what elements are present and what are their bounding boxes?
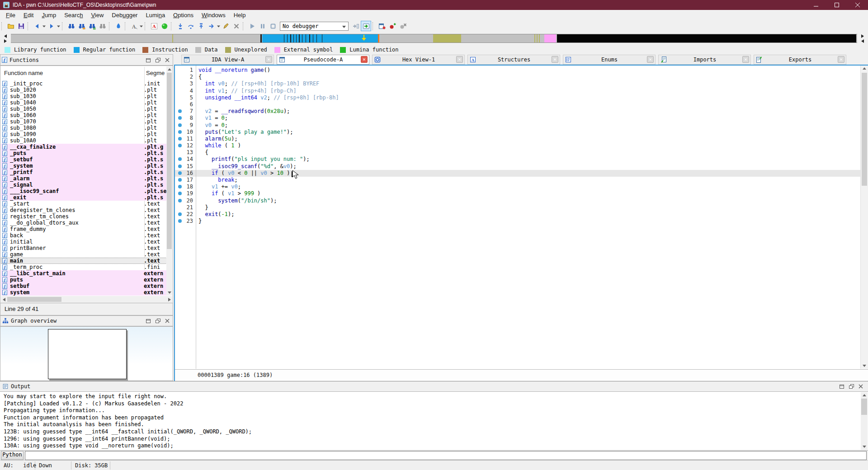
function-row[interactable]: fsub_1060.plt (1, 112, 167, 118)
search-text-icon[interactable] (76, 21, 87, 31)
dropdown-caret-icon[interactable] (217, 21, 221, 31)
cancel-icon[interactable] (231, 21, 241, 31)
minimize-button[interactable] (806, 0, 826, 10)
bp-add-icon[interactable] (387, 21, 397, 31)
code-line[interactable]: 19 if ( v1 > 999 ) (175, 190, 861, 197)
tab-ida-view-a[interactable]: IDA View-A✕ (181, 55, 274, 65)
debugger-select[interactable]: No debugger (280, 22, 349, 31)
menu-windows[interactable]: Windows (198, 11, 230, 19)
scrollbar-thumb[interactable] (862, 73, 867, 186)
float-panel-icon[interactable] (846, 382, 856, 390)
tab-hex-view-1[interactable]: Hex View-1✕ (372, 55, 465, 65)
search-gray-icon[interactable] (97, 21, 108, 31)
function-row[interactable]: fputsextern (1, 277, 167, 283)
navigation-band[interactable] (11, 34, 857, 43)
code-line[interactable]: 10 puts("Let's play a game!"); (175, 129, 861, 136)
python-command-input[interactable] (25, 451, 867, 460)
maximize-panel-icon[interactable] (143, 317, 153, 325)
graph-overview-viewport[interactable] (48, 329, 127, 379)
continue-icon[interactable] (361, 21, 371, 31)
close-panel-icon[interactable] (162, 317, 172, 325)
function-row[interactable]: fsetbufextern (1, 283, 167, 289)
scroll-up-icon[interactable] (166, 66, 172, 72)
menu-help[interactable]: Help (230, 11, 250, 19)
save-file-icon[interactable] (16, 21, 26, 31)
function-row[interactable]: f___isoc99_scanf.plt.se (1, 188, 167, 194)
code-line[interactable]: 7 v2 = __readfsqword(0x28u); (175, 108, 861, 115)
function-row[interactable]: fsub_10A0.plt (1, 137, 167, 144)
functions-horizontal-scrollbar[interactable] (1, 296, 172, 303)
tab-close-icon[interactable]: ✕ (456, 56, 463, 63)
code-line[interactable]: 20 system("/bin/sh"); (175, 197, 861, 204)
function-row[interactable]: f_exit.plt.s (1, 194, 167, 201)
function-row[interactable]: f_init_proc.init (1, 80, 167, 87)
function-row[interactable]: fback.text (1, 232, 167, 239)
run-cursor-icon[interactable] (206, 21, 217, 31)
function-row[interactable]: fsub_1040.plt (1, 99, 167, 106)
function-row[interactable]: fframe_dummy.text (1, 226, 167, 232)
step-into-icon[interactable] (175, 21, 185, 31)
tab-pseudocode-a[interactable]: Pseudocode-A✕ (277, 55, 369, 65)
function-row[interactable]: fsub_1050.plt (1, 106, 167, 112)
function-row[interactable]: fsub_1020.plt (1, 87, 167, 93)
nav-band-left-arrows[interactable] (1, 34, 9, 43)
scrollbar-thumb[interactable] (7, 297, 61, 302)
function-row[interactable]: f_printf.plt.s (1, 169, 167, 175)
scroll-up-icon[interactable] (861, 66, 867, 71)
float-panel-icon[interactable] (153, 317, 162, 325)
back-icon[interactable] (32, 21, 42, 31)
tab-close-icon[interactable]: ✕ (265, 56, 272, 63)
function-row[interactable]: fmain.text (1, 258, 167, 264)
pause-icon[interactable] (257, 21, 268, 31)
function-row[interactable]: fprintBanner.text (1, 245, 167, 251)
scroll-down-icon[interactable] (166, 290, 172, 296)
tab-structures[interactable]: AStructures✕ (467, 55, 560, 65)
output-scrollbar[interactable] (861, 392, 868, 450)
play-icon[interactable] (247, 21, 257, 31)
menu-options[interactable]: Options (169, 11, 198, 19)
tab-exports[interactable]: Exports✕ (754, 55, 846, 65)
open-file-icon[interactable] (5, 21, 16, 31)
nav-band-right-arrows[interactable] (859, 34, 867, 43)
tab-close-icon[interactable]: ✕ (647, 56, 654, 63)
dropdown-caret-icon[interactable] (139, 21, 143, 31)
graph-overview-panel[interactable] (0, 326, 173, 381)
lumina-icon[interactable] (113, 21, 123, 31)
code-line[interactable]: 6 (175, 101, 861, 108)
functions-vertical-scrollbar[interactable] (166, 66, 172, 296)
function-row[interactable]: fsub_1030.plt (1, 93, 167, 99)
function-row[interactable]: f__libc_start_mainextern (1, 270, 167, 277)
code-line[interactable]: 15 __isoc99_scanf("%d", &v0); (175, 163, 861, 170)
menu-view[interactable]: View (87, 11, 108, 19)
code-line[interactable]: 2{ (175, 74, 861, 80)
function-row[interactable]: f_signal.plt.s (1, 182, 167, 188)
function-row[interactable]: finitial.text (1, 239, 167, 245)
function-row[interactable]: f_start.text (1, 201, 167, 207)
function-row[interactable]: f_setbuf.plt.s (1, 156, 167, 163)
pseudocode-pane[interactable]: 1void __noreturn game()2{3 int v0; // [r… (174, 66, 868, 381)
code-line[interactable]: 14 printf("pls input you num: "); (175, 156, 861, 163)
code-line[interactable]: 9 v0 = 0; (175, 122, 861, 129)
column-header-function-name[interactable]: Function name (4, 70, 43, 76)
bp-remove-icon[interactable] (397, 21, 408, 31)
python-button[interactable]: Python (1, 451, 24, 460)
run-return-icon[interactable] (196, 21, 206, 31)
function-row[interactable]: f_system.plt.s (1, 163, 167, 169)
modify-icon[interactable] (221, 21, 231, 31)
code-line[interactable]: 23} (175, 218, 861, 225)
float-panel-icon[interactable] (153, 56, 162, 64)
scrollbar-thumb[interactable] (167, 73, 172, 249)
code-line[interactable]: 16 if ( v0 < 0 || v0 > 10 ) (175, 170, 861, 177)
tab-close-icon[interactable]: ✕ (742, 56, 749, 63)
maximize-button[interactable] (826, 0, 847, 10)
search-code-icon[interactable] (66, 21, 76, 31)
menu-debugger[interactable]: Debugger (108, 11, 142, 19)
scroll-down-icon[interactable] (861, 444, 867, 450)
menu-file[interactable]: File (2, 11, 19, 19)
code-line[interactable]: 5 unsigned __int64 v2; // [rsp+8h] [rbp-… (175, 94, 861, 101)
strings-icon[interactable]: A (149, 21, 159, 31)
rename-icon[interactable]: A (129, 21, 139, 31)
function-row[interactable]: fregister_tm_clones.text (1, 213, 167, 220)
code-line[interactable]: 13 { (175, 149, 861, 156)
code-line[interactable]: 11 alarm(5u); (175, 136, 861, 142)
